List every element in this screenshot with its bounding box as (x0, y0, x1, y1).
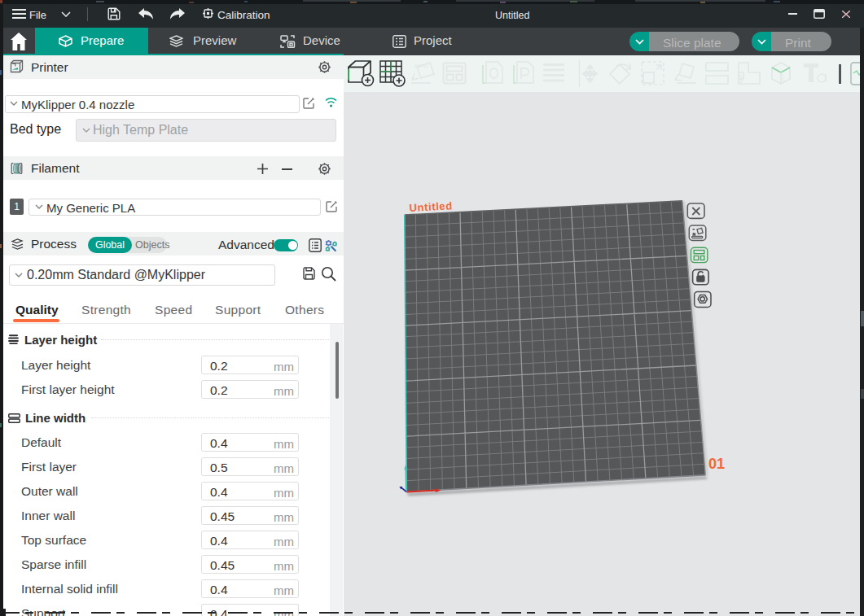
svg-text:AUTO: AUTO (414, 63, 428, 68)
